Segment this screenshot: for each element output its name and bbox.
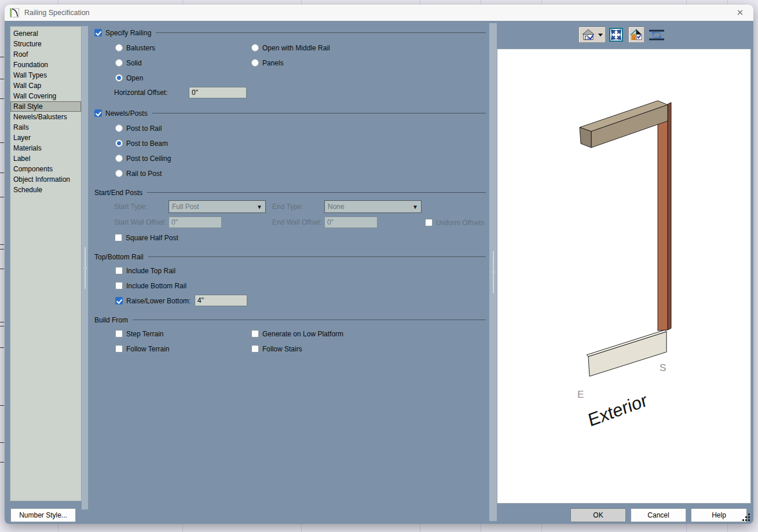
- raise-lower-bottom-checkbox[interactable]: [115, 297, 123, 304]
- rail-style-panel: Specify Railing Balusters Open with Midd…: [94, 26, 486, 397]
- include-bottom-rail-checkbox[interactable]: [115, 282, 123, 289]
- ok-button[interactable]: OK: [570, 508, 626, 522]
- solid-radio[interactable]: [115, 59, 123, 67]
- horizontal-offset-label: Horizontal Offset:: [114, 89, 167, 97]
- open-radio[interactable]: [115, 74, 123, 82]
- sidebar-splitter[interactable]: [82, 26, 88, 509]
- start-wall-offset-input: [169, 217, 222, 228]
- start-type-value: Full Post: [172, 203, 199, 211]
- settings-nav-list: General Structure Roof Foundation Wall T…: [10, 26, 82, 501]
- ruler-tick: [0, 142, 4, 143]
- ruler-tick: [0, 326, 4, 326]
- railing-specification-dialog: Railing Specification ✕ General Structur…: [5, 5, 753, 524]
- follow-stairs-label: Follow Stairs: [262, 345, 302, 353]
- balusters-radio[interactable]: [115, 44, 123, 52]
- standard-views-button[interactable]: [578, 27, 606, 43]
- include-top-rail-checkbox[interactable]: [115, 267, 123, 274]
- solid-label: Solid: [126, 59, 142, 67]
- ruler-tick: [0, 347, 4, 348]
- sidebar-item-newels-balusters[interactable]: Newels/Balusters: [10, 112, 81, 122]
- sidebar-item-object-information[interactable]: Object Information: [10, 174, 81, 185]
- help-button[interactable]: Help: [691, 508, 747, 522]
- open-with-middle-rail-radio[interactable]: [251, 44, 259, 52]
- ruler-tick: [0, 173, 4, 173]
- ruler-tick: [0, 79, 4, 79]
- section-label-top-bottom-rail: Top/Bottom Rail: [94, 253, 144, 261]
- close-icon[interactable]: ✕: [734, 7, 746, 19]
- section-rule: [152, 113, 486, 113]
- end-wall-offset-input: [324, 217, 378, 228]
- newels-posts-checkbox[interactable]: [94, 109, 102, 117]
- step-terrain-label: Step Terrain: [126, 330, 163, 338]
- rail-to-post-label: Rail to Post: [126, 170, 162, 178]
- fill-window-icon: [609, 28, 623, 42]
- sidebar-item-components[interactable]: Components: [10, 164, 81, 174]
- window-title: Railing Specification: [24, 9, 90, 17]
- section-rule: [133, 320, 486, 320]
- exterior-label: Exterior: [586, 390, 649, 431]
- sidebar-item-wall-types[interactable]: Wall Types: [10, 70, 81, 80]
- ruler-tick: [0, 322, 4, 322]
- follow-terrain-checkbox[interactable]: [115, 345, 123, 353]
- square-half-post-label: Square Half Post: [126, 234, 178, 242]
- sidebar-item-general[interactable]: General: [10, 28, 81, 39]
- post-to-ceiling-radio[interactable]: [115, 155, 123, 162]
- sidebar-item-materials[interactable]: Materials: [10, 143, 81, 153]
- chevron-down-icon: ▼: [257, 204, 262, 210]
- title-bar[interactable]: Railing Specification ✕: [5, 5, 753, 21]
- preview-splitter[interactable]: [489, 23, 497, 521]
- square-half-post-checkbox[interactable]: [115, 234, 122, 241]
- ruler-tick: [0, 57, 4, 57]
- section-label-specify-railing: Specify Railing: [105, 29, 151, 37]
- compass-south-label: S: [660, 362, 666, 373]
- ruler-tick: [0, 249, 4, 250]
- ruler-tick: [0, 442, 4, 443]
- auto-rotate-icon: [649, 30, 665, 41]
- generate-on-low-platform-checkbox[interactable]: [251, 330, 259, 337]
- section-label-start-end-posts: Start/End Posts: [94, 189, 142, 197]
- ruler-tick: [0, 98, 4, 99]
- horizontal-offset-input[interactable]: [189, 87, 247, 98]
- color-house-icon: [630, 29, 643, 41]
- panels-radio[interactable]: [251, 59, 259, 67]
- section-rule: [147, 192, 486, 193]
- specify-railing-checkbox[interactable]: [94, 29, 102, 36]
- ruler-tick: [0, 197, 4, 197]
- number-style-button[interactable]: Number Style...: [10, 508, 76, 522]
- follow-stairs-checkbox[interactable]: [251, 345, 259, 353]
- color-toggle-button[interactable]: [628, 27, 645, 43]
- sidebar-item-foundation[interactable]: Foundation: [10, 60, 81, 70]
- sidebar-item-roof[interactable]: Roof: [10, 49, 81, 60]
- section-label-newels-posts: Newels/Posts: [105, 109, 148, 118]
- sidebar-item-wall-covering[interactable]: Wall Covering: [10, 91, 81, 101]
- section-rule: [148, 256, 486, 257]
- sidebar-item-structure[interactable]: Structure: [10, 39, 81, 49]
- balusters-label: Balusters: [126, 44, 155, 52]
- sidebar-item-rails[interactable]: Rails: [10, 122, 81, 133]
- fill-window-button[interactable]: [609, 28, 623, 42]
- end-type-dropdown[interactable]: None ▼: [324, 200, 422, 213]
- post-to-rail-radio[interactable]: [115, 124, 123, 132]
- resize-grip[interactable]: [742, 513, 750, 522]
- sidebar-item-wall-cap[interactable]: Wall Cap: [10, 80, 81, 91]
- sidebar-item-label[interactable]: Label: [10, 153, 81, 164]
- auto-rotate-button[interactable]: [647, 28, 666, 41]
- post-to-beam-radio[interactable]: [115, 140, 123, 147]
- sidebar-item-schedule[interactable]: Schedule: [10, 185, 81, 195]
- railing-3d-preview[interactable]: S E Exterior: [497, 49, 751, 504]
- chevron-down-icon: ▼: [412, 204, 418, 210]
- raise-lower-bottom-input[interactable]: [195, 295, 247, 306]
- rail-to-post-radio[interactable]: [115, 170, 123, 177]
- cancel-button[interactable]: Cancel: [631, 508, 686, 522]
- raise-lower-bottom-label: Raise/Lower Bottom:: [126, 297, 191, 305]
- post-side-face: [668, 102, 671, 330]
- start-type-dropdown[interactable]: Full Post ▼: [169, 200, 266, 213]
- sidebar-item-layer[interactable]: Layer: [10, 133, 81, 143]
- end-type-value: None: [328, 203, 345, 211]
- post-front-face: [658, 120, 668, 331]
- sidebar-item-rail-style[interactable]: Rail Style: [10, 101, 81, 112]
- end-wall-offset-label: End Wall Offset:: [272, 218, 322, 226]
- step-terrain-checkbox[interactable]: [115, 330, 123, 337]
- open-with-middle-rail-label: Open with Middle Rail: [262, 44, 330, 52]
- ruler-tick: [0, 462, 4, 463]
